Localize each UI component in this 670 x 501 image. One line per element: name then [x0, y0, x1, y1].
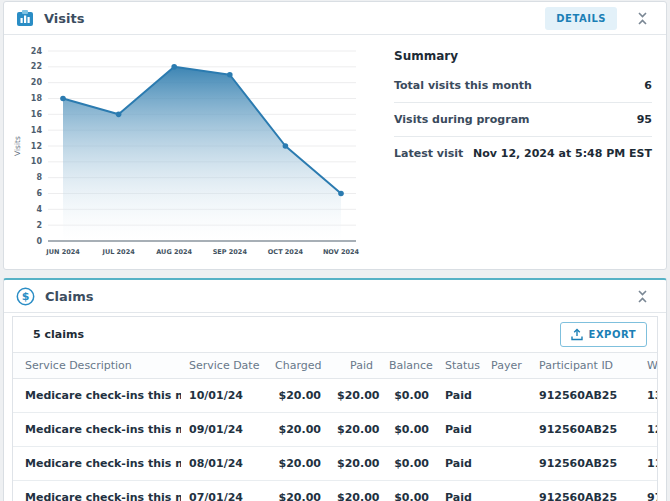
svg-text:6: 6	[36, 189, 42, 198]
export-button-label: EXPORT	[589, 329, 636, 340]
visits-chart-svg: 024681012141618202224JUN 2024JUL 2024AUG…	[12, 39, 370, 267]
svg-text:OCT 2024: OCT 2024	[268, 248, 304, 256]
claims-table-head-row: Service DescriptionService DateChargedPa…	[13, 353, 657, 379]
table-cell: 09/01/24	[181, 413, 267, 447]
table-cell: 912560AB25	[531, 413, 639, 447]
export-button[interactable]: EXPORT	[560, 322, 647, 347]
table-cell: $20.00	[267, 413, 329, 447]
table-cell: 1101997	[639, 447, 657, 481]
table-row[interactable]: Medicare check-ins this mon...09/01/24$2…	[13, 413, 657, 447]
claims-table-container: 5 claims EXPORT Service DescriptionServi…	[12, 316, 658, 501]
table-cell: $20.00	[267, 447, 329, 481]
svg-text:20: 20	[31, 78, 43, 87]
summary-value: Nov 12, 2024 at 5:48 PM EST	[473, 147, 652, 160]
table-cell: Paid	[437, 413, 483, 447]
svg-text:NOV 2024: NOV 2024	[323, 248, 360, 256]
svg-text:JUN 2024: JUN 2024	[45, 248, 80, 256]
table-cell: Medicare check-ins this mon...	[13, 481, 181, 501]
table-cell: $0.00	[381, 447, 437, 481]
svg-text:SEP 2024: SEP 2024	[213, 248, 248, 256]
details-button[interactable]: DETAILS	[545, 7, 617, 30]
table-cell: 07/01/24	[181, 481, 267, 501]
summary-label: Visits during program	[394, 113, 530, 126]
svg-text:$: $	[22, 290, 30, 303]
visits-chart-icon	[16, 9, 34, 27]
table-row[interactable]: Medicare check-ins this mon...10/01/24$2…	[13, 379, 657, 413]
svg-text:16: 16	[31, 110, 43, 119]
claims-panel: $ Claims 5 claims E	[3, 278, 667, 501]
summary-label: Total visits this month	[394, 79, 532, 92]
table-cell: $20.00	[329, 481, 381, 501]
table-cell: $0.00	[381, 481, 437, 501]
svg-text:AUG 2024: AUG 2024	[156, 248, 192, 256]
table-cell: 08/01/24	[181, 447, 267, 481]
collapse-claims-icon[interactable]	[633, 287, 652, 306]
table-row[interactable]: Medicare check-ins this mon...08/01/24$2…	[13, 447, 657, 481]
claims-toolbar: 5 claims EXPORT	[13, 317, 657, 353]
table-cell: 912560AB25	[531, 379, 639, 413]
table-cell: 1214333	[639, 413, 657, 447]
svg-text:10: 10	[31, 157, 43, 166]
table-cell: 10/01/24	[181, 379, 267, 413]
visits-chart: 024681012141618202224JUN 2024JUL 2024AUG…	[4, 35, 372, 269]
table-cell: 912560AB25	[531, 481, 639, 501]
column-header: Participant ID	[531, 353, 639, 379]
table-cell: 970355	[639, 481, 657, 501]
summary-row-program-visits: Visits during program 95	[394, 103, 652, 137]
collapse-visits-icon[interactable]	[633, 9, 652, 28]
visits-panel-title: Visits	[44, 11, 84, 26]
svg-text:8: 8	[36, 173, 42, 182]
table-cell: Medicare check-ins this mon...	[13, 413, 181, 447]
claims-table-body: Medicare check-ins this mon...10/01/24$2…	[13, 379, 657, 501]
summary-value: 6	[644, 79, 652, 92]
svg-text:0: 0	[36, 237, 42, 246]
visits-summary: Summary Total visits this month 6 Visits…	[372, 35, 666, 269]
column-header: Payer	[483, 353, 531, 379]
svg-text:22: 22	[31, 62, 42, 71]
table-cell	[483, 481, 531, 501]
svg-text:4: 4	[36, 205, 42, 214]
table-cell: Paid	[437, 447, 483, 481]
table-cell: $20.00	[267, 379, 329, 413]
column-header: Service Description	[13, 353, 181, 379]
summary-value: 95	[637, 113, 652, 126]
table-cell: $20.00	[329, 379, 381, 413]
svg-text:24: 24	[31, 47, 43, 56]
claims-dollar-icon: $	[16, 287, 35, 306]
export-icon	[571, 328, 583, 341]
column-header: Balance	[381, 353, 437, 379]
svg-text:12: 12	[31, 142, 42, 151]
table-cell	[483, 447, 531, 481]
column-header: Welld Transaction ID	[639, 353, 657, 379]
table-cell: $0.00	[381, 413, 437, 447]
svg-text:14: 14	[31, 126, 43, 135]
visits-panel-header: Visits DETAILS	[4, 2, 666, 35]
svg-text:Visits: Visits	[13, 136, 22, 156]
table-cell: Medicare check-ins this mon...	[13, 447, 181, 481]
summary-label: Latest visit	[394, 147, 463, 160]
svg-text:2: 2	[36, 221, 42, 230]
table-cell: $0.00	[381, 379, 437, 413]
table-cell: $20.00	[329, 413, 381, 447]
visits-panel: Visits DETAILS 024681012141618202224JUN …	[3, 1, 667, 270]
table-cell: 1385696	[639, 379, 657, 413]
claims-panel-header: $ Claims	[4, 280, 666, 313]
claims-count: 5 claims	[33, 328, 84, 341]
column-header: Status	[437, 353, 483, 379]
table-cell: Paid	[437, 481, 483, 501]
svg-text:JUL 2024: JUL 2024	[101, 248, 135, 256]
table-cell: Medicare check-ins this mon...	[13, 379, 181, 413]
table-row[interactable]: Medicare check-ins this mon...07/01/24$2…	[13, 481, 657, 501]
summary-heading: Summary	[394, 47, 652, 69]
column-header: Charged	[267, 353, 329, 379]
table-cell: Paid	[437, 379, 483, 413]
summary-row-latest-visit: Latest visit Nov 12, 2024 at 5:48 PM EST	[394, 137, 652, 170]
column-header: Paid	[329, 353, 381, 379]
claims-table: Service DescriptionService DateChargedPa…	[13, 353, 657, 501]
summary-row-total-visits: Total visits this month 6	[394, 69, 652, 103]
claims-panel-title: Claims	[45, 289, 94, 304]
table-cell: $20.00	[267, 481, 329, 501]
column-header: Service Date	[181, 353, 267, 379]
table-cell	[483, 413, 531, 447]
table-cell: 912560AB25	[531, 447, 639, 481]
